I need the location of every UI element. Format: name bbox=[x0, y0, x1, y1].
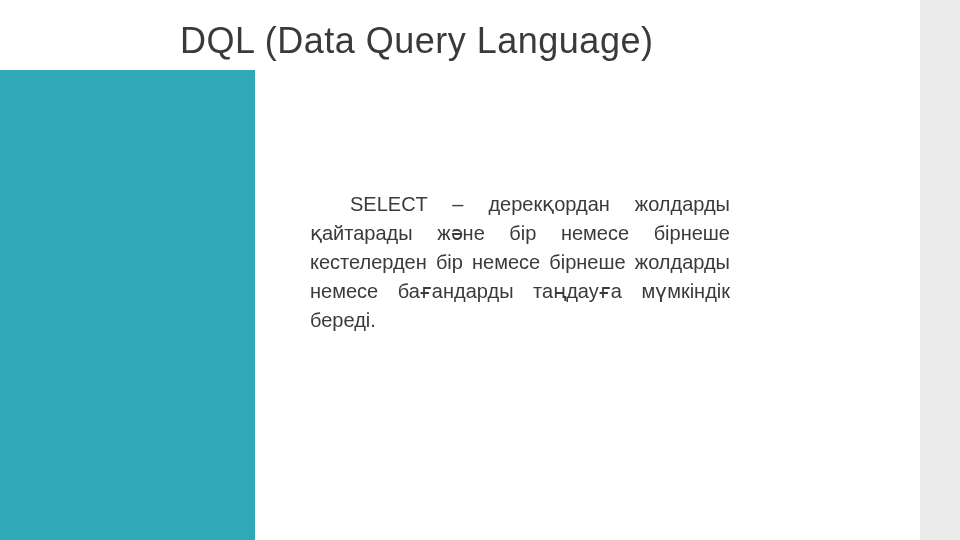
right-sidebar bbox=[920, 0, 960, 540]
slide-title: DQL (Data Query Language) bbox=[180, 20, 653, 62]
slide-body: SELECT – дерекқордан жолдарды қайтарады … bbox=[310, 190, 730, 335]
accent-sidebar bbox=[0, 70, 255, 540]
slide-body-text: SELECT – дерекқордан жолдарды қайтарады … bbox=[310, 193, 730, 331]
